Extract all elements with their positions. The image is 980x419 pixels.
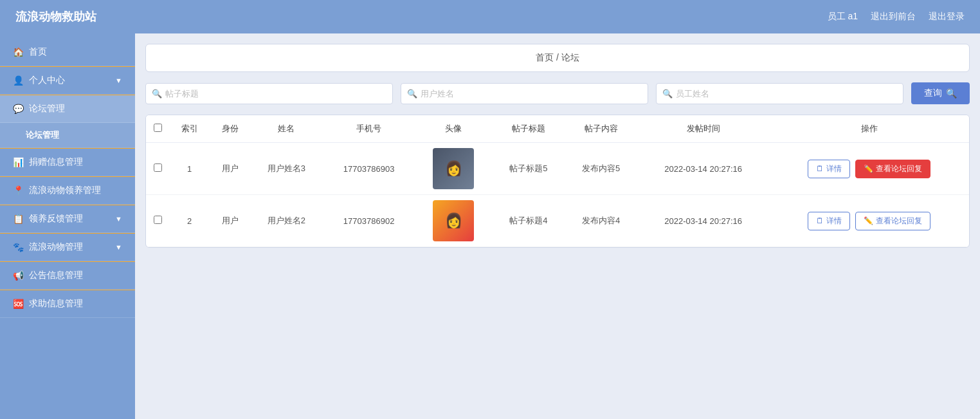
row-time: 2022-03-14 20:27:16 <box>637 195 769 247</box>
sidebar-label-forum: 论坛管理 <box>29 103 65 115</box>
current-user: 员工 a1 <box>828 11 858 23</box>
notice-icon: 📢 <box>13 270 24 281</box>
row-checkbox-cell <box>146 195 169 247</box>
search-icon-staffname: 🔍 <box>662 89 673 98</box>
search-title-input[interactable] <box>145 83 393 104</box>
search-icon-title: 🔍 <box>152 89 162 98</box>
donation-icon: 📊 <box>13 157 24 167</box>
row-checkbox-cell <box>146 143 169 195</box>
sidebar-label-personal: 个人中心 <box>29 75 65 86</box>
sidebar-label-adoption: 流浪动物领养管理 <box>29 185 101 196</box>
sidebar-item-adoption[interactable]: 📍 流浪动物领养管理 <box>0 177 135 205</box>
sidebar-item-personal[interactable]: 👤 个人中心 ▼ <box>0 67 135 95</box>
search-staffname-input[interactable] <box>656 83 903 104</box>
review-label: 查看论坛回复 <box>876 216 922 227</box>
goto-frontend-button[interactable]: 退出到前台 <box>871 11 916 23</box>
row-role: 用户 <box>210 195 250 247</box>
search-bar: 🔍 🔍 🔍 查询 🔍 <box>145 82 970 104</box>
search-btn-label: 查询 <box>924 88 942 99</box>
sidebar-item-forum[interactable]: 💬 论坛管理 <box>0 95 135 123</box>
row-title: 帖子标题4 <box>492 195 565 247</box>
breadcrumb: 首页 / 论坛 <box>145 44 970 72</box>
sidebar: 🏠 首页 👤 个人中心 ▼ 💬 论坛管理 论坛管理 📊 捐赠信息管理 📍 流浪动… <box>0 33 135 419</box>
search-button[interactable]: 查询 🔍 <box>911 82 970 104</box>
col-phone: 手机号 <box>323 115 415 143</box>
row-avatar: 👩 <box>415 143 492 195</box>
select-all-checkbox[interactable] <box>154 124 162 132</box>
main-layout: 🏠 首页 👤 个人中心 ▼ 💬 论坛管理 论坛管理 📊 捐赠信息管理 📍 流浪动… <box>0 33 980 419</box>
review-label: 查看论坛回复 <box>876 163 922 174</box>
avatar-image: 👩 <box>433 148 474 189</box>
search-title-wrap: 🔍 <box>145 83 393 104</box>
forum-table: 索引 身份 姓名 手机号 头像 帖子标题 帖子内容 发帖时间 操作 1 <box>145 115 970 248</box>
chevron-down-icon-stray: ▼ <box>115 243 122 251</box>
adoption-icon: 📍 <box>13 185 24 196</box>
review-button[interactable]: ✏️ 查看论坛回复 <box>855 160 930 178</box>
row-phone: 17703786902 <box>323 195 415 247</box>
site-title: 流浪动物救助站 <box>15 9 96 24</box>
search-icon-username: 🔍 <box>407 89 417 98</box>
review-icon: ✏️ <box>864 164 873 173</box>
detail-button[interactable]: 🗒 详情 <box>808 212 850 230</box>
header-actions: 员工 a1 退出到前台 退出登录 <box>828 11 965 23</box>
content-area: 首页 / 论坛 🔍 🔍 🔍 查询 🔍 <box>135 33 980 419</box>
logout-button[interactable]: 退出登录 <box>929 11 965 23</box>
row-avatar: 👩 <box>415 195 492 247</box>
col-role: 身份 <box>210 115 250 143</box>
help-icon: 🆘 <box>13 299 24 309</box>
sidebar-item-stray[interactable]: 🐾 流浪动物管理 ▼ <box>0 234 135 261</box>
col-time: 发帖时间 <box>637 115 769 143</box>
avatar-image: 👩 <box>433 200 474 241</box>
search-staffname-wrap: 🔍 <box>656 83 903 104</box>
col-avatar: 头像 <box>415 115 492 143</box>
sidebar-label-notice: 公告信息管理 <box>29 270 83 281</box>
stray-icon: 🐾 <box>13 242 24 252</box>
detail-icon: 🗒 <box>816 164 824 173</box>
sidebar-item-donation[interactable]: 📊 捐赠信息管理 <box>0 149 135 176</box>
review-button[interactable]: ✏️ 查看论坛回复 <box>855 212 930 230</box>
sidebar-label-help: 求助信息管理 <box>29 298 83 310</box>
chevron-down-icon-feedback: ▼ <box>115 215 122 223</box>
row-checkbox-1[interactable] <box>154 216 162 224</box>
table-row: 1 用户 用户姓名3 17703786903 👩 帖子标题5 发布内容5 202… <box>146 143 969 195</box>
detail-label: 详情 <box>826 163 842 174</box>
col-actions: 操作 <box>769 115 969 143</box>
row-index: 2 <box>169 195 210 247</box>
row-name: 用户姓名2 <box>250 195 323 247</box>
row-actions: 🗒 详情 ✏️ 查看论坛回复 <box>769 143 969 195</box>
home-icon: 🏠 <box>13 47 24 57</box>
row-title: 帖子标题5 <box>492 143 565 195</box>
select-all-header <box>146 115 169 143</box>
header: 流浪动物救助站 员工 a1 退出到前台 退出登录 <box>0 0 980 33</box>
sidebar-sub-forum-manage[interactable]: 论坛管理 <box>0 123 135 148</box>
detail-button[interactable]: 🗒 详情 <box>808 160 850 178</box>
search-btn-icon: 🔍 <box>946 88 957 98</box>
row-phone: 17703786903 <box>323 143 415 195</box>
chevron-down-icon: ▼ <box>115 77 122 84</box>
sidebar-label-home: 首页 <box>29 46 47 58</box>
detail-label: 详情 <box>826 216 842 227</box>
col-title: 帖子标题 <box>492 115 565 143</box>
row-name: 用户姓名3 <box>250 143 323 195</box>
action-buttons: 🗒 详情 ✏️ 查看论坛回复 <box>774 160 964 178</box>
sidebar-label-donation: 捐赠信息管理 <box>29 156 83 168</box>
row-time: 2022-03-14 20:27:16 <box>637 143 769 195</box>
sidebar-label-feedback: 领养反馈管理 <box>29 213 83 225</box>
row-index: 1 <box>169 143 210 195</box>
person-icon: 👤 <box>13 75 24 86</box>
table-header-row: 索引 身份 姓名 手机号 头像 帖子标题 帖子内容 发帖时间 操作 <box>146 115 969 143</box>
review-icon: ✏️ <box>864 216 873 225</box>
row-role: 用户 <box>210 143 250 195</box>
col-index: 索引 <box>169 115 210 143</box>
sidebar-item-feedback[interactable]: 📋 领养反馈管理 ▼ <box>0 205 135 233</box>
feedback-icon: 📋 <box>13 214 24 224</box>
detail-icon: 🗒 <box>816 216 824 225</box>
table-row: 2 用户 用户姓名2 17703786902 👩 帖子标题4 发布内容4 202… <box>146 195 969 247</box>
row-checkbox-0[interactable] <box>154 163 162 172</box>
action-buttons: 🗒 详情 ✏️ 查看论坛回复 <box>774 212 964 230</box>
sidebar-item-home[interactable]: 🏠 首页 <box>0 39 135 66</box>
sidebar-item-help[interactable]: 🆘 求助信息管理 <box>0 290 135 318</box>
sidebar-item-notice[interactable]: 📢 公告信息管理 <box>0 262 135 290</box>
search-username-input[interactable] <box>401 83 648 104</box>
row-actions: 🗒 详情 ✏️ 查看论坛回复 <box>769 195 969 247</box>
